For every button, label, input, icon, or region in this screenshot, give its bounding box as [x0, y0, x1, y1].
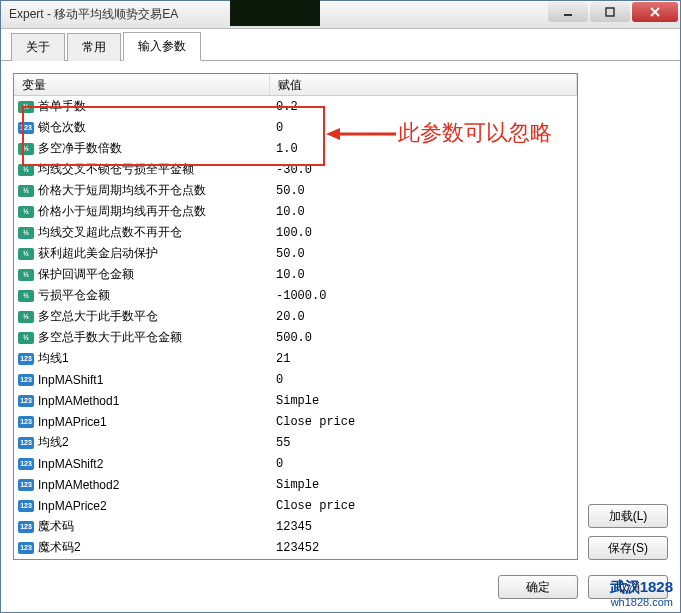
cell-variable: ½多空总手数大于此平仓金额 [14, 329, 270, 346]
cell-value[interactable]: 21 [270, 352, 577, 366]
tab-input-params[interactable]: 输入参数 [123, 32, 201, 61]
table-row[interactable]: 123InpMAPrice2Close price [14, 495, 577, 516]
cell-value[interactable]: 0 [270, 121, 577, 135]
variable-name: InpMAPrice1 [38, 415, 107, 429]
variable-name: 均线2 [38, 434, 69, 451]
cell-variable: ½价格小于短周期均线再开仓点数 [14, 203, 270, 220]
type-double-icon: ½ [18, 143, 34, 155]
load-button[interactable]: 加载(L) [588, 504, 668, 528]
footer: 确定 取消 [1, 568, 680, 612]
col-header-variable[interactable]: 变量 [14, 74, 270, 95]
grid-header: 变量 赋值 [14, 74, 577, 96]
cell-value[interactable]: 1.0 [270, 142, 577, 156]
table-row[interactable]: 123均线255 [14, 432, 577, 453]
variable-name: 保护回调平仓金额 [38, 266, 134, 283]
variable-name: 均线1 [38, 350, 69, 367]
variable-name: 亏损平仓金额 [38, 287, 110, 304]
cell-value[interactable]: Simple [270, 394, 577, 408]
cell-variable: 123InpMAMethod1 [14, 394, 270, 408]
table-row[interactable]: 123InpMAShift20 [14, 453, 577, 474]
table-row[interactable]: ½价格小于短周期均线再开仓点数10.0 [14, 201, 577, 222]
table-row[interactable]: ½均线交叉不锁仓亏损全平金额-30.0 [14, 159, 577, 180]
table-row[interactable]: ½多空净手数倍数1.0 [14, 138, 577, 159]
cell-value[interactable]: 12345 [270, 520, 577, 534]
cell-variable: ½获利超此美金启动保护 [14, 245, 270, 262]
type-double-icon: ½ [18, 227, 34, 239]
table-row[interactable]: ½首单手数0.2 [14, 96, 577, 117]
cell-variable: 123均线1 [14, 350, 270, 367]
table-row[interactable]: ½亏损平仓金额-1000.0 [14, 285, 577, 306]
table-row[interactable]: ½价格大于短周期均线不开仓点数50.0 [14, 180, 577, 201]
cell-value[interactable]: 0 [270, 373, 577, 387]
cell-value[interactable]: 0 [270, 457, 577, 471]
close-button[interactable] [632, 2, 678, 22]
table-row[interactable]: 123魔术码12345 [14, 516, 577, 537]
cell-value[interactable]: 123452 [270, 541, 577, 555]
cell-value[interactable]: 55 [270, 436, 577, 450]
cell-variable: 123InpMAShift1 [14, 373, 270, 387]
type-int-icon: 123 [18, 458, 34, 470]
cell-variable: 123魔术码2 [14, 539, 270, 556]
type-int-icon: 123 [18, 374, 34, 386]
cell-variable: ½首单手数 [14, 98, 270, 115]
cell-variable: 123InpMAMethod2 [14, 478, 270, 492]
variable-name: InpMAPrice2 [38, 499, 107, 513]
cell-value[interactable]: Close price [270, 499, 577, 513]
type-double-icon: ½ [18, 185, 34, 197]
table-row[interactable]: 123魔术码2123452 [14, 537, 577, 558]
table-row[interactable]: ½多空总手数大于此平仓金额500.0 [14, 327, 577, 348]
table-row[interactable]: 123锁仓次数0 [14, 117, 577, 138]
cell-value[interactable]: 50.0 [270, 184, 577, 198]
minimize-button[interactable] [548, 2, 588, 22]
cell-variable: 123魔术码 [14, 518, 270, 535]
variable-name: 价格小于短周期均线再开仓点数 [38, 203, 206, 220]
cell-value[interactable]: Close price [270, 415, 577, 429]
variable-name: 锁仓次数 [38, 119, 86, 136]
table-row[interactable]: 123均线121 [14, 348, 577, 369]
cell-variable: 123InpMAShift2 [14, 457, 270, 471]
type-int-icon: 123 [18, 353, 34, 365]
param-grid: 变量 赋值 ½首单手数0.2123锁仓次数0½多空净手数倍数1.0½均线交叉不锁… [13, 73, 578, 560]
table-row[interactable]: 123InpMAShift10 [14, 369, 577, 390]
col-header-value[interactable]: 赋值 [270, 74, 577, 95]
type-int-icon: 123 [18, 500, 34, 512]
cell-value[interactable]: 20.0 [270, 310, 577, 324]
cell-value[interactable]: Simple [270, 478, 577, 492]
watermark-line2: wh1828.com [610, 596, 673, 609]
type-double-icon: ½ [18, 206, 34, 218]
cell-value[interactable]: 10.0 [270, 205, 577, 219]
window-title: Expert - 移动平均线顺势交易EA [9, 6, 178, 23]
cell-variable: ½均线交叉超此点数不再开仓 [14, 224, 270, 241]
type-double-icon: ½ [18, 311, 34, 323]
variable-name: 均线交叉不锁仓亏损全平金额 [38, 161, 194, 178]
cell-value[interactable]: -1000.0 [270, 289, 577, 303]
cell-value[interactable]: 50.0 [270, 247, 577, 261]
cell-value[interactable]: 100.0 [270, 226, 577, 240]
side-button-column: 加载(L) 保存(S) [588, 73, 668, 560]
cell-value[interactable]: 0.2 [270, 100, 577, 114]
tab-common[interactable]: 常用 [67, 33, 121, 61]
app-window: Expert - 移动平均线顺势交易EA 关于 常用 输入参数 变量 赋值 ½首… [0, 0, 681, 613]
type-int-icon: 123 [18, 437, 34, 449]
tab-about[interactable]: 关于 [11, 33, 65, 61]
table-row[interactable]: ½保护回调平仓金额10.0 [14, 264, 577, 285]
cell-value[interactable]: -30.0 [270, 163, 577, 177]
table-row[interactable]: ½多空总大于此手数平仓20.0 [14, 306, 577, 327]
svg-rect-1 [606, 8, 614, 16]
save-button[interactable]: 保存(S) [588, 536, 668, 560]
table-row[interactable]: 123InpMAPrice1Close price [14, 411, 577, 432]
cell-value[interactable]: 500.0 [270, 331, 577, 345]
variable-name: 价格大于短周期均线不开仓点数 [38, 182, 206, 199]
variable-name: 获利超此美金启动保护 [38, 245, 158, 262]
ok-button[interactable]: 确定 [498, 575, 578, 599]
table-row[interactable]: ½均线交叉超此点数不再开仓100.0 [14, 222, 577, 243]
variable-name: 魔术码2 [38, 539, 81, 556]
table-row[interactable]: ½获利超此美金启动保护50.0 [14, 243, 577, 264]
cell-variable: ½多空总大于此手数平仓 [14, 308, 270, 325]
cell-value[interactable]: 10.0 [270, 268, 577, 282]
watermark-line1: 武汉1828 [610, 578, 673, 596]
table-row[interactable]: 123InpMAMethod2Simple [14, 474, 577, 495]
cell-variable: ½多空净手数倍数 [14, 140, 270, 157]
maximize-button[interactable] [590, 2, 630, 22]
table-row[interactable]: 123InpMAMethod1Simple [14, 390, 577, 411]
